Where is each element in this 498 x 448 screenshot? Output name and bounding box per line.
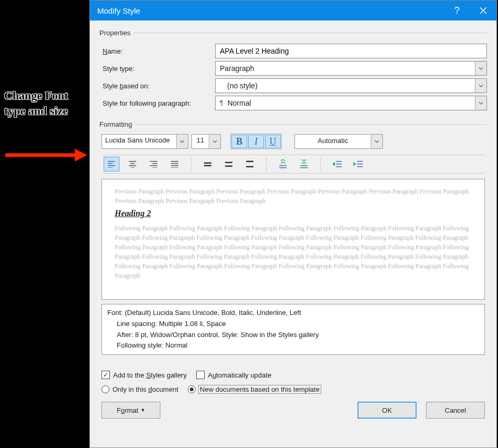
line-spacing-1-button[interactable] [200,157,216,171]
italic-button[interactable]: I [248,135,264,148]
pilcrow-icon: ¶ [220,99,223,107]
chevron-down-icon [176,135,188,148]
format-button[interactable]: Format ▼ [101,402,160,419]
template-label: New documents based on this template [199,385,321,393]
preview-previous-text: Previous Paragraph Previous Paragraph Pr… [115,187,472,206]
chevron-down-icon [475,79,486,93]
bold-button[interactable]: B [231,135,247,148]
align-left-button[interactable] [104,157,119,171]
font-color-value: Automatic [295,135,371,148]
font-color-combo[interactable]: Automatic [294,134,383,149]
checkbox-unchecked-icon [196,371,205,379]
ok-button[interactable]: OK [358,402,416,419]
dropdown-caret-icon: ▼ [140,408,145,413]
radio-unchecked-icon [101,385,109,393]
underline-button[interactable]: U [265,135,281,148]
svg-marker-1 [75,149,87,161]
auto-update-label: Automatically update [208,371,271,379]
help-button[interactable]: ? [444,1,470,21]
formatting-legend: Formatting [99,120,135,128]
style-type-value: Paragraph [216,64,475,73]
font-size-value: 11 [192,135,209,148]
modify-style-dialog: Modify Style ? Properties Name: Style ty… [89,0,497,448]
preview-heading-sample: Heading 2 [115,209,472,218]
cancel-button[interactable]: Cancel [426,402,485,419]
template-radio[interactable]: New documents based on this template [188,385,321,393]
align-right-button[interactable] [146,157,161,171]
formatting-group: Formatting Lucida Sans Unicode 11 B I U [99,120,487,364]
dialog-title: Modify Style [97,6,140,15]
following-value: ¶Normal [216,99,475,107]
space-before-increase-button[interactable] [275,157,291,171]
align-center-button[interactable] [125,157,140,171]
desc-line-4: Following style: Normal [107,340,479,351]
radio-checked-icon [188,385,196,393]
preview-following-text: Following Paragraph Following Paragraph … [115,223,472,280]
auto-update-checkbox[interactable]: Automatically update [196,371,271,379]
based-on-value: (no style) [216,82,475,90]
chevron-down-icon [371,135,382,148]
chevron-down-icon [209,135,220,148]
decrease-indent-button[interactable] [329,157,345,171]
close-button[interactable] [470,1,496,21]
titlebar: Modify Style ? [90,1,496,21]
desc-line-1: Font: (Default) Lucida Sans Unicode, Bol… [107,308,479,319]
space-before-decrease-button[interactable] [296,157,312,171]
name-label: Name: [99,47,215,55]
style-preview-box: Previous Paragraph Previous Paragraph Pr… [101,179,485,300]
only-document-radio[interactable]: Only in this document [101,385,178,393]
annotation-arrow-icon [3,147,87,163]
properties-legend: Properties [99,29,134,37]
increase-indent-button[interactable] [350,157,366,171]
following-label: Style for following paragraph: [99,99,215,107]
properties-group: Properties Name: Style type: Paragraph S… [99,29,487,116]
style-type-label: Style type: [99,65,215,73]
add-to-gallery-checkbox[interactable]: ✓ Add to the Styles gallery [101,371,187,379]
font-name-combo[interactable]: Lucida Sans Unicode [101,134,188,149]
style-description-box: Font: (Default) Lucida Sans Unicode, Bol… [101,304,485,355]
line-spacing-15-button[interactable] [221,157,237,171]
chevron-down-icon [475,96,486,110]
name-input[interactable] [215,44,487,58]
based-on-label: Style based on: [99,82,215,90]
desc-line-2: Line spacing: Multiple 1.08 li, Space [107,319,479,330]
paragraph-toolbar [101,155,485,174]
close-icon [480,7,487,14]
based-on-combo[interactable]: (no style) [215,78,487,93]
checkbox-checked-icon: ✓ [101,371,110,379]
svg-marker-34 [353,162,356,166]
only-document-label: Only in this document [113,385,178,393]
font-name-value: Lucida Sans Unicode [102,135,176,148]
desc-line-3: After: 8 pt, Widow/Orphan control, Style… [107,330,479,341]
add-to-gallery-label: Add to the Styles gallery [113,371,187,379]
font-size-combo[interactable]: 11 [191,134,221,149]
chevron-down-icon [475,62,486,75]
svg-marker-30 [332,162,335,166]
style-type-combo[interactable]: Paragraph [215,61,487,76]
line-spacing-2-button[interactable] [242,157,258,171]
following-combo[interactable]: ¶Normal [215,96,487,110]
align-justify-button[interactable] [167,157,182,171]
annotation-text: Change Font type and size [4,88,83,118]
